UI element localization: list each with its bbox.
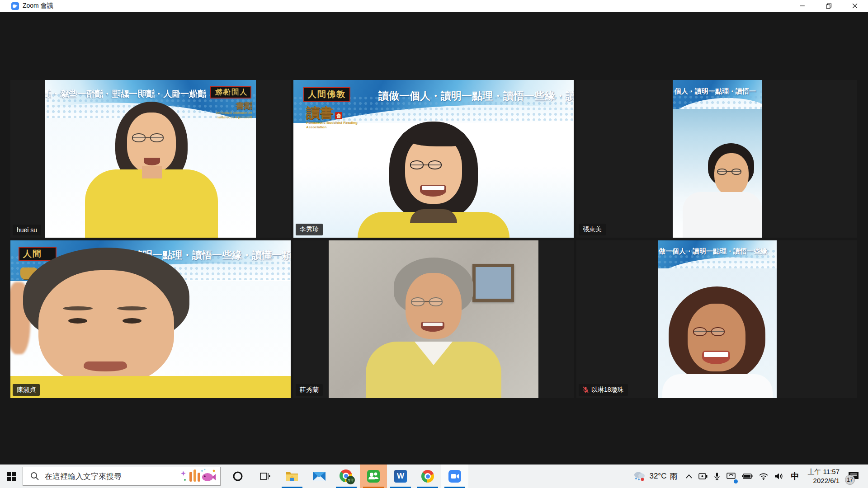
- rain-cloud-icon: [632, 470, 646, 482]
- chrome-profile1-icon[interactable]: 秀珍: [333, 465, 360, 488]
- zoom-app-taskbar-icon[interactable]: [441, 465, 468, 488]
- video-tile-yilin-qiongzhu[interactable]: 做一個人・讀明一點理・讀悟一些緣: [576, 240, 857, 398]
- search-highlight-art-icon: [179, 468, 217, 485]
- search-placeholder: 在這裡輸入文字來搜尋: [45, 471, 122, 482]
- hidden-icons-chevron[interactable]: [683, 465, 695, 488]
- participant-brow-right: [117, 306, 147, 310]
- participant-glasses: [717, 169, 741, 175]
- chrome-profile-badge: 秀珍: [346, 476, 355, 484]
- video-tile-zhang-dong-mei[interactable]: 個人・讀明一點理・讀悟一 張東美: [576, 80, 857, 238]
- clock-widget[interactable]: 上午 11:57 2022/6/1: [803, 467, 844, 486]
- restore-button[interactable]: [816, 0, 842, 12]
- participant-smile: [420, 185, 446, 197]
- cortana-button[interactable]: [224, 465, 251, 488]
- window-titlebar: Zoom 會議: [0, 0, 868, 12]
- weather-desc: 雨: [670, 471, 677, 482]
- video-feed: 做一個人・讀明一點理・讀悟一些緣: [658, 240, 777, 398]
- tray-date: 2022/6/1: [807, 476, 840, 485]
- action-center-button[interactable]: 17: [844, 465, 866, 488]
- participant-neck: [142, 166, 162, 178]
- participant-name-label: 李秀珍: [296, 224, 323, 235]
- video-tile-chen-shu-zhen[interactable]: 人間 ・讀明一點理・讀悟一些緣・讀懂一顆心 陳淑貞: [10, 240, 291, 398]
- participant-name-label: 以琳18瓊珠: [579, 384, 628, 396]
- video-tile-zhuang-xiu-lan[interactable]: 莊秀蘭: [293, 240, 574, 398]
- window-title: Zoom 會議: [23, 2, 53, 10]
- participant-smile: [702, 351, 730, 364]
- wall-picture-frame: [472, 264, 514, 302]
- camera-tray-icon[interactable]: [695, 465, 711, 488]
- video-grid: 人間佛教 讀做一個人・讀明一點理・讀悟一些緣・讀懂一顆心 讀書 Humanist…: [10, 80, 857, 398]
- word-app-icon[interactable]: W: [387, 465, 414, 488]
- participant-eye-right: [123, 318, 142, 324]
- zoom-app-icon: [11, 2, 19, 10]
- participant-mouth: [84, 361, 127, 371]
- muted-mic-icon: [583, 386, 589, 394]
- search-input[interactable]: 在這裡輸入文字來搜尋: [23, 467, 221, 486]
- video-feed: 人間佛教 讀做一個人・讀明一點理・讀悟一些緣・讀懂一顆心 讀書 Humanist…: [45, 80, 256, 238]
- people-app-icon[interactable]: [360, 465, 387, 488]
- video-tile-huei-su[interactable]: 人間佛教 讀做一個人・讀明一點理・讀悟一些緣・讀懂一顆心 讀書 Humanist…: [10, 80, 291, 238]
- volume-tray-icon[interactable]: [771, 465, 787, 488]
- ime-indicator[interactable]: 中: [787, 471, 803, 482]
- meeting-canvas: 人間佛教 讀做一個人・讀明一點理・讀悟一些緣・讀懂一顆心 讀書 Humanist…: [0, 12, 868, 465]
- participant-body: [85, 169, 218, 238]
- reading-club-logo: 讀書 Humanistic Buddhist Reading Associati…: [216, 102, 252, 119]
- search-icon: [30, 472, 39, 481]
- notification-count-badge: 17: [845, 475, 855, 485]
- participant-glasses: [410, 160, 442, 169]
- task-view-button[interactable]: [251, 465, 278, 488]
- show-desktop-strip[interactable]: [866, 465, 868, 488]
- participant-name-label: 陳淑貞: [13, 384, 40, 396]
- weather-temp: 32°C: [649, 472, 666, 481]
- mail-app-icon[interactable]: [306, 465, 333, 488]
- reading-club-logo: 讀書 會 Humanistic Buddhist Reading Associa…: [306, 106, 360, 129]
- windows-taskbar: 在這裡輸入文字來搜尋: [0, 465, 868, 488]
- participant-eye-left: [68, 318, 87, 324]
- banner-graphic: 做一個人・讀明一點理・讀悟一些緣: [658, 240, 777, 268]
- participant-smile: [421, 322, 444, 332]
- participant-brow-left: [63, 306, 93, 310]
- weather-widget[interactable]: 32°C 雨: [627, 470, 683, 482]
- taskbar-apps: 秀珍 W: [224, 465, 468, 488]
- close-button[interactable]: [842, 0, 868, 12]
- tray-time: 上午 11:57: [807, 467, 840, 476]
- banner-graphic: 個人・讀明一點理・讀悟一: [673, 80, 762, 109]
- video-feed: 個人・讀明一點理・讀悟一: [673, 80, 762, 238]
- microphone-tray-icon[interactable]: [711, 465, 723, 488]
- participant-glasses: [411, 297, 443, 306]
- participant-glasses: [132, 133, 164, 142]
- participant-body: [683, 192, 762, 238]
- chrome-icon[interactable]: [414, 465, 441, 488]
- video-tile-li-xiu-zhen[interactable]: 人間佛教 讀做一個人・讀明一點理・讀悟一些緣・讀懂一顆心 讀書 會 Humani…: [293, 80, 574, 238]
- start-button[interactable]: [0, 465, 23, 488]
- participant-name-label: huei su: [13, 225, 41, 235]
- battery-tray-icon[interactable]: [739, 465, 756, 488]
- participant-body: [10, 376, 291, 398]
- participant-collar: [410, 209, 457, 223]
- participant-body: [662, 374, 773, 398]
- participant-name-label: 張東美: [579, 224, 606, 235]
- wifi-tray-icon[interactable]: [756, 465, 771, 488]
- minimize-button[interactable]: [789, 0, 816, 12]
- system-tray: 32°C 雨: [627, 465, 868, 488]
- display-sync-tray-icon[interactable]: [723, 465, 739, 488]
- video-feed: 人間 ・讀明一點理・讀悟一些緣・讀懂一顆心: [10, 240, 291, 398]
- video-feed: [329, 240, 538, 398]
- file-explorer-icon[interactable]: [278, 465, 306, 488]
- video-feed: 人間佛教 讀做一個人・讀明一點理・讀悟一些緣・讀懂一顆心 讀書 會 Humani…: [293, 80, 574, 238]
- participant-glasses: [693, 327, 725, 336]
- participant-mouth: [144, 158, 160, 165]
- participant-name-label: 莊秀蘭: [296, 384, 323, 396]
